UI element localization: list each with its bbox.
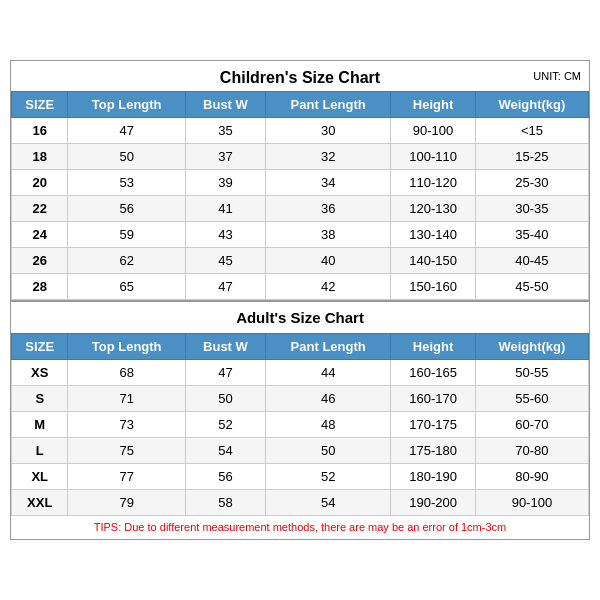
data-cell: 140-150	[391, 248, 476, 274]
data-cell: 30-35	[475, 196, 588, 222]
data-cell: 120-130	[391, 196, 476, 222]
data-cell: 25-30	[475, 170, 588, 196]
data-cell: 42	[266, 274, 391, 300]
size-cell: M	[12, 412, 68, 438]
adults-col-bust-w: Bust W	[185, 334, 265, 360]
data-cell: 50	[266, 438, 391, 464]
data-cell: 80-90	[475, 464, 588, 490]
table-row: 28654742150-16045-50	[12, 274, 589, 300]
data-cell: <15	[475, 118, 588, 144]
data-cell: 50	[185, 386, 265, 412]
data-cell: 45-50	[475, 274, 588, 300]
data-cell: 41	[185, 196, 265, 222]
tips-text: TIPS: Due to different measurement metho…	[11, 516, 589, 539]
children-header-row: SIZE Top Length Bust W Pant Length Heigh…	[12, 92, 589, 118]
table-row: 1647353090-100<15	[12, 118, 589, 144]
data-cell: 79	[68, 490, 185, 516]
size-cell: 24	[12, 222, 68, 248]
adults-header-row: SIZE Top Length Bust W Pant Length Heigh…	[12, 334, 589, 360]
data-cell: 160-165	[391, 360, 476, 386]
data-cell: 190-200	[391, 490, 476, 516]
data-cell: 44	[266, 360, 391, 386]
data-cell: 54	[185, 438, 265, 464]
data-cell: 40	[266, 248, 391, 274]
data-cell: 150-160	[391, 274, 476, 300]
adults-chart-title: Adult's Size Chart	[11, 300, 589, 333]
data-cell: 36	[266, 196, 391, 222]
data-cell: 170-175	[391, 412, 476, 438]
data-cell: 62	[68, 248, 185, 274]
children-col-top-length: Top Length	[68, 92, 185, 118]
size-cell: L	[12, 438, 68, 464]
children-col-pant-length: Pant Length	[266, 92, 391, 118]
data-cell: 35-40	[475, 222, 588, 248]
data-cell: 56	[185, 464, 265, 490]
size-cell: 18	[12, 144, 68, 170]
size-cell: 20	[12, 170, 68, 196]
data-cell: 70-80	[475, 438, 588, 464]
data-cell: 100-110	[391, 144, 476, 170]
adults-col-pant-length: Pant Length	[266, 334, 391, 360]
adults-title-text: Adult's Size Chart	[236, 309, 364, 326]
table-row: XS684744160-16550-55	[12, 360, 589, 386]
table-row: M735248170-17560-70	[12, 412, 589, 438]
data-cell: 48	[266, 412, 391, 438]
data-cell: 73	[68, 412, 185, 438]
data-cell: 46	[266, 386, 391, 412]
data-cell: 60-70	[475, 412, 588, 438]
table-row: S715046160-17055-60	[12, 386, 589, 412]
data-cell: 52	[266, 464, 391, 490]
data-cell: 71	[68, 386, 185, 412]
data-cell: 52	[185, 412, 265, 438]
children-col-height: Height	[391, 92, 476, 118]
children-title-text: Children's Size Chart	[220, 69, 380, 86]
data-cell: 50-55	[475, 360, 588, 386]
data-cell: 53	[68, 170, 185, 196]
table-row: XL775652180-19080-90	[12, 464, 589, 490]
data-cell: 47	[68, 118, 185, 144]
data-cell: 32	[266, 144, 391, 170]
children-size-table: SIZE Top Length Bust W Pant Length Heigh…	[11, 91, 589, 300]
data-cell: 38	[266, 222, 391, 248]
data-cell: 90-100	[475, 490, 588, 516]
children-chart-title: Children's Size Chart UNIT: CM	[11, 61, 589, 91]
data-cell: 180-190	[391, 464, 476, 490]
size-cell: 26	[12, 248, 68, 274]
children-unit-label: UNIT: CM	[533, 70, 581, 82]
adults-col-height: Height	[391, 334, 476, 360]
size-cell: XS	[12, 360, 68, 386]
data-cell: 37	[185, 144, 265, 170]
adults-col-weight: Weight(kg)	[475, 334, 588, 360]
data-cell: 160-170	[391, 386, 476, 412]
size-cell: 28	[12, 274, 68, 300]
data-cell: 110-120	[391, 170, 476, 196]
data-cell: 68	[68, 360, 185, 386]
data-cell: 15-25	[475, 144, 588, 170]
children-col-weight: Weight(kg)	[475, 92, 588, 118]
table-row: 22564136120-13030-35	[12, 196, 589, 222]
data-cell: 40-45	[475, 248, 588, 274]
data-cell: 77	[68, 464, 185, 490]
data-cell: 45	[185, 248, 265, 274]
data-cell: 65	[68, 274, 185, 300]
table-row: 20533934110-12025-30	[12, 170, 589, 196]
data-cell: 59	[68, 222, 185, 248]
data-cell: 90-100	[391, 118, 476, 144]
size-cell: S	[12, 386, 68, 412]
table-row: 18503732100-11015-25	[12, 144, 589, 170]
table-row: L755450175-18070-80	[12, 438, 589, 464]
data-cell: 43	[185, 222, 265, 248]
data-cell: 55-60	[475, 386, 588, 412]
table-row: 26624540140-15040-45	[12, 248, 589, 274]
data-cell: 175-180	[391, 438, 476, 464]
children-col-bust-w: Bust W	[185, 92, 265, 118]
size-cell: XXL	[12, 490, 68, 516]
data-cell: 35	[185, 118, 265, 144]
adults-col-size: SIZE	[12, 334, 68, 360]
data-cell: 130-140	[391, 222, 476, 248]
data-cell: 50	[68, 144, 185, 170]
adults-size-table: SIZE Top Length Bust W Pant Length Heigh…	[11, 333, 589, 516]
table-row: 24594338130-14035-40	[12, 222, 589, 248]
data-cell: 47	[185, 360, 265, 386]
data-cell: 75	[68, 438, 185, 464]
